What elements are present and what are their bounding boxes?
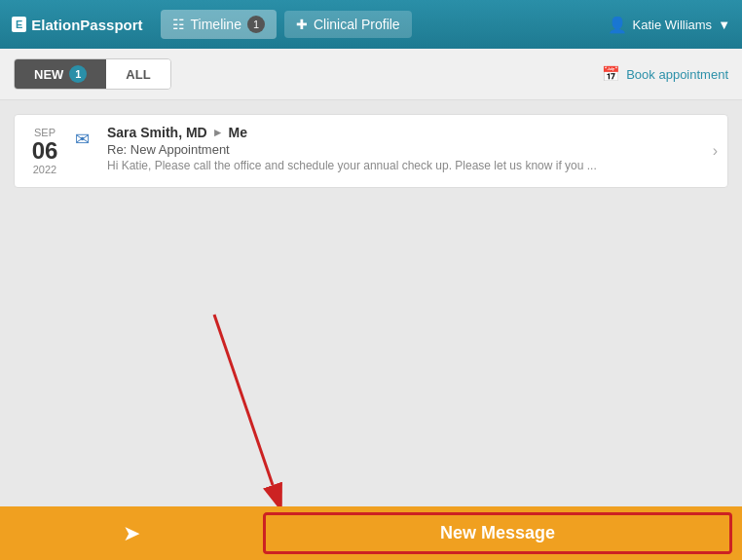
message-preview: Hi Katie, Please call the office and sch… <box>107 159 695 172</box>
header: E ElationPassport ☷ Timeline 1 ✚ Clinica… <box>0 0 742 49</box>
logo-text: ElationPassport <box>31 17 142 33</box>
message-from: Sara Smith, MD ► Me <box>107 125 695 140</box>
tab-clinical[interactable]: ✚ Clinical Profile <box>284 11 412 38</box>
send-icon-area: ➤ <box>0 521 263 546</box>
user-name: Katie Williams <box>633 18 713 32</box>
new-message-label: New Message <box>440 523 555 543</box>
chevron-right-icon: › <box>713 142 718 160</box>
messages-list: SEP 06 2022 ✉ Sara Smith, MD ► Me Re: Ne… <box>0 100 742 202</box>
timeline-badge: 1 <box>247 16 265 33</box>
tab-all-button[interactable]: ALL <box>106 59 169 89</box>
timeline-icon: ☷ <box>172 17 185 32</box>
sender-name: Sara Smith, MD <box>107 125 207 140</box>
user-menu[interactable]: 👤 Katie Williams ▼ <box>608 16 731 34</box>
new-message-button[interactable]: New Message <box>263 512 732 554</box>
message-item[interactable]: SEP 06 2022 ✉ Sara Smith, MD ► Me Re: Ne… <box>14 114 728 188</box>
date-year: 2022 <box>33 164 56 175</box>
tab-all-label: ALL <box>126 67 150 82</box>
message-icon-col: ✉ <box>71 115 99 187</box>
tab-timeline-label: Timeline <box>191 17 241 32</box>
svg-line-1 <box>214 315 273 485</box>
message-subject: Re: New Appointment <box>107 142 695 157</box>
recipient-name: Me <box>229 125 247 140</box>
bottom-bar: ➤ New Message <box>0 506 742 560</box>
tab-new-badge: 1 <box>69 65 87 83</box>
date-day: 06 <box>32 138 58 164</box>
content-area: SEP 06 2022 ✉ Sara Smith, MD ► Me Re: Ne… <box>0 100 742 560</box>
tab-timeline[interactable]: ☷ Timeline 1 <box>161 10 277 39</box>
calendar-icon: 📅 <box>602 65 620 83</box>
user-icon: 👤 <box>608 16 627 34</box>
tab-new-button[interactable]: NEW 1 <box>15 59 106 89</box>
book-appointment-button[interactable]: 📅 Book appointment <box>602 65 728 83</box>
chevron-down-icon: ▼ <box>718 18 730 32</box>
direction-arrow: ► <box>212 126 224 139</box>
tab-clinical-label: Clinical Profile <box>314 17 400 32</box>
message-date: SEP 06 2022 <box>15 115 71 187</box>
message-tab-group: NEW 1 ALL <box>14 58 171 90</box>
sub-header: NEW 1 ALL 📅 Book appointment <box>0 49 742 100</box>
book-appointment-label: Book appointment <box>626 67 728 82</box>
send-icon: ➤ <box>123 521 140 546</box>
envelope-icon: ✉ <box>75 129 90 150</box>
logo: E ElationPassport <box>12 17 143 33</box>
logo-icon: E <box>12 17 26 32</box>
message-body: Sara Smith, MD ► Me Re: New Appointment … <box>99 115 703 187</box>
message-chevron: › <box>703 115 727 187</box>
tab-new-label: NEW <box>34 67 63 82</box>
clinical-icon: ✚ <box>296 17 308 32</box>
annotation-arrow <box>156 295 351 509</box>
